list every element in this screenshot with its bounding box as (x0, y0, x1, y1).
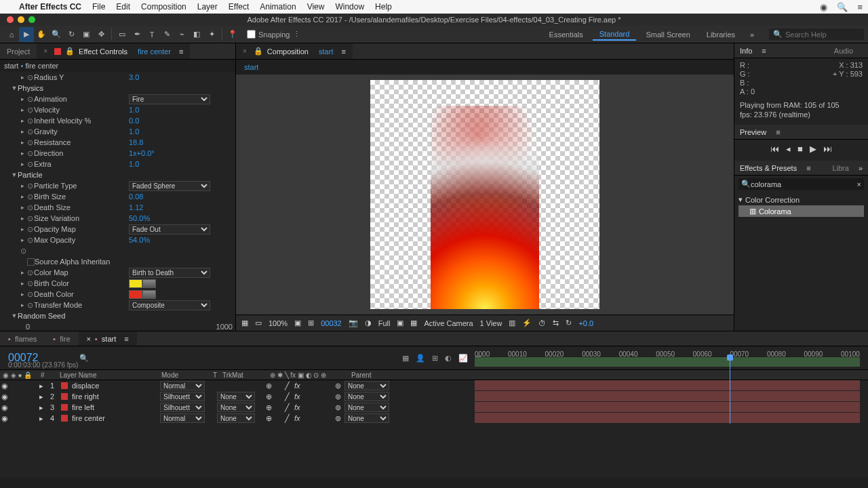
effects-item-colorama[interactable]: ▥Colorama (738, 205, 864, 217)
snapping-toggle[interactable]: Snapping ⋮ (247, 30, 300, 39)
workspace-essentials[interactable]: Essentials (542, 29, 590, 40)
menu-view[interactable]: View (302, 2, 330, 12)
stop-icon[interactable]: ■ (797, 144, 803, 154)
property-row[interactable]: ▼Physics (3, 83, 233, 94)
panel-menu-icon[interactable]: ≡ (762, 47, 766, 55)
property-value[interactable]: 1.12 (129, 203, 143, 211)
property-row[interactable]: 01000 (3, 321, 233, 331)
timeline-tab-fire[interactable]: ▪fire (45, 331, 78, 346)
window-minimize-button[interactable] (18, 16, 24, 23)
panel-menu-icon[interactable]: ≡ (806, 164, 810, 172)
brush-tool-icon[interactable]: ✎ (159, 27, 174, 42)
property-value[interactable]: 54.0% (129, 236, 150, 244)
selection-tool-icon[interactable]: ▶ (19, 27, 34, 42)
parent-dropdown[interactable]: None (344, 381, 389, 390)
composition-viewer[interactable] (236, 75, 734, 314)
viewer-display-icon[interactable]: ▭ (255, 319, 262, 327)
visibility-icon[interactable]: ◉ (0, 403, 9, 412)
property-row[interactable]: ▸⊙Death Color (3, 289, 233, 300)
puppet-tool-icon[interactable]: 📍 (225, 27, 240, 42)
layer-track-bar[interactable] (475, 380, 860, 391)
property-row[interactable]: ▼Particle (3, 169, 233, 180)
property-row[interactable]: ▸⊙Particle TypeFaded Sphere (3, 180, 233, 191)
close-icon[interactable]: × (243, 47, 247, 55)
timeline-tab-start[interactable]: ×▪start≡ (79, 331, 137, 346)
tab-audio[interactable]: Audio (834, 47, 853, 55)
parent-dropdown[interactable]: None (344, 392, 389, 401)
panel-menu-icon[interactable]: ≡ (179, 47, 183, 56)
property-row[interactable]: ▸⊙Direction1x+0.0° (3, 148, 233, 159)
workspace-standard[interactable]: Standard (593, 28, 637, 41)
views-dropdown[interactable]: 1 View (480, 319, 502, 327)
panel-menu-icon[interactable]: 🔒 (65, 47, 75, 56)
property-value[interactable]: 1.0 (129, 160, 139, 168)
property-value[interactable]: 50.0% (129, 214, 150, 222)
property-dropdown[interactable]: Fade Out (129, 224, 210, 235)
property-dropdown[interactable]: Fire (129, 94, 210, 104)
pixel-aspect-icon[interactable]: ▥ (509, 319, 515, 327)
workspace-libraries[interactable]: Libraries (700, 29, 742, 40)
snapping-options-icon[interactable]: ⋮ (293, 30, 300, 39)
exposure-value[interactable]: +0.0 (578, 319, 593, 327)
property-value[interactable]: 0.0 (129, 117, 139, 125)
menu-extras-icon[interactable]: ≡ (857, 2, 863, 12)
property-row[interactable]: ▸⊙Birth Size0.08 (3, 191, 233, 202)
anchor-tool-icon[interactable]: ✥ (94, 27, 108, 42)
property-row[interactable]: ▸⊙Gravity1.0 (3, 126, 233, 137)
property-row[interactable]: ▸⊙Death Size1.12 (3, 202, 233, 213)
prev-frame-icon[interactable]: ◂ (786, 144, 791, 154)
trkmat-dropdown[interactable]: None (217, 413, 255, 423)
window-close-button[interactable] (7, 16, 14, 23)
visibility-icon[interactable]: ◉ (0, 392, 9, 401)
property-value[interactable]: 1.0 (129, 106, 139, 114)
menu-animation[interactable]: Animation (254, 2, 301, 12)
play-icon[interactable]: ▶ (810, 144, 816, 154)
zoom-dropdown[interactable]: 100% (269, 319, 288, 327)
resolution-dropdown[interactable]: Full (378, 319, 391, 327)
layer-track-bar[interactable] (475, 391, 860, 402)
comp-mini-icon[interactable]: ▦ (402, 354, 409, 363)
tab-preview[interactable]: Preview (740, 128, 766, 136)
tab-project[interactable]: Project (0, 43, 37, 59)
fast-preview-icon[interactable]: ⚡ (522, 319, 532, 327)
blend-mode-dropdown[interactable]: Silhouett (160, 392, 205, 401)
property-row[interactable]: ⊙ (3, 245, 233, 256)
rotobrush-tool-icon[interactable]: ✦ (204, 27, 219, 42)
property-row[interactable]: ▸⊙Opacity MapFade Out (3, 224, 233, 235)
tab-libraries[interactable]: Libra (832, 164, 848, 172)
shape-tool-icon[interactable]: ▭ (115, 27, 130, 42)
window-zoom-button[interactable] (28, 16, 35, 23)
cc-icon[interactable]: ◉ (820, 2, 827, 12)
reset-exposure-icon[interactable]: ↻ (566, 319, 572, 327)
visibility-icon[interactable]: ◉ (0, 414, 9, 423)
playhead[interactable] (730, 357, 730, 424)
timeline-icon[interactable]: ⏱ (538, 319, 546, 327)
eraser-tool-icon[interactable]: ◧ (189, 27, 204, 42)
property-value[interactable]: 3.0 (129, 73, 139, 81)
property-row[interactable]: ▸⊙Extra1.0 (3, 159, 233, 169)
tab-effects-presets[interactable]: Effects & Presets (740, 164, 797, 172)
motion-blur-icon[interactable]: ◐ (445, 354, 452, 363)
menu-file[interactable]: File (87, 2, 111, 12)
panel-menu-icon[interactable]: ≡ (776, 128, 780, 136)
blend-mode-dropdown[interactable]: Normal (160, 381, 205, 390)
clone-tool-icon[interactable]: ⌁ (174, 27, 189, 42)
hand-tool-icon[interactable]: ✋ (34, 27, 49, 42)
blend-mode-dropdown[interactable]: Silhouett (160, 403, 205, 412)
menu-edit[interactable]: Edit (111, 2, 136, 12)
property-row[interactable]: ▼Random Seed (3, 310, 233, 321)
property-dropdown[interactable]: Birth to Death (129, 268, 210, 278)
timeline-search-icon[interactable]: 🔍 (79, 354, 89, 363)
search-help[interactable]: 🔍 (769, 28, 864, 40)
shy-icon[interactable]: 👤 (416, 354, 425, 363)
graph-editor-icon[interactable]: 📈 (458, 354, 468, 363)
frame-blend-icon[interactable]: ⊞ (432, 354, 438, 363)
search-help-input[interactable] (785, 30, 860, 39)
blend-mode-dropdown[interactable]: Normal (160, 413, 205, 423)
trkmat-dropdown[interactable]: None (217, 392, 255, 401)
viewer-res-icon[interactable]: ▣ (294, 319, 301, 327)
trkmat-dropdown[interactable]: None (217, 403, 255, 412)
camera-tool-icon[interactable]: ▣ (79, 27, 94, 42)
property-value[interactable]: 18.8 (129, 138, 143, 146)
menu-composition[interactable]: Composition (136, 2, 192, 12)
